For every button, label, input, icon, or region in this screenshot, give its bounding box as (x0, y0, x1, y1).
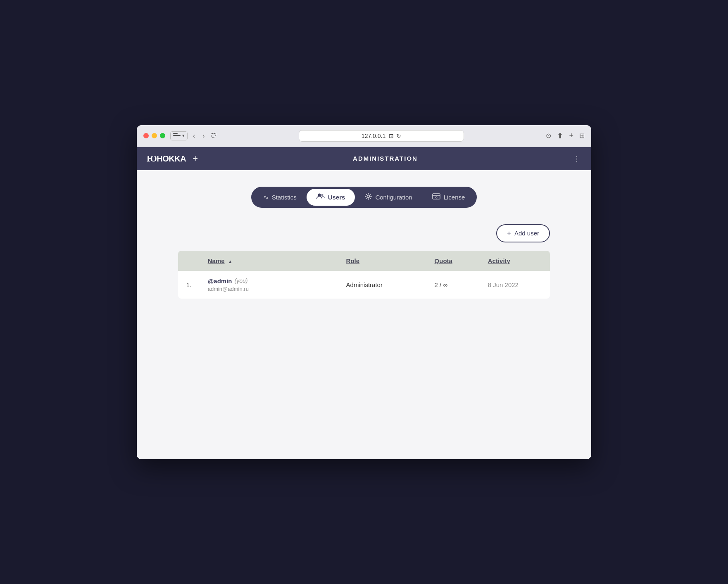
traffic-lights (143, 133, 165, 138)
address-bar[interactable]: 127.0.0.1 ⊡ ↻ (299, 130, 464, 142)
sidebar-toggle[interactable]: ▾ (170, 131, 188, 140)
user-name-content: @admin (you) admin@admin.ru (208, 278, 330, 292)
sort-asc-icon: ▲ (228, 259, 233, 264)
new-tab-app-button[interactable]: + (193, 153, 198, 164)
sidebar-chevron: ▾ (182, 133, 185, 138)
col-header-num (178, 251, 200, 271)
user-quota-cell: 2 / ∞ (426, 271, 480, 299)
forward-button[interactable]: › (200, 131, 207, 140)
user-email: admin@admin.ru (208, 286, 330, 292)
logo-text: ЮHOKKA (147, 153, 186, 164)
tab-statistics-label: Statistics (272, 194, 297, 201)
col-role-label: Role (346, 257, 360, 264)
refresh-icon[interactable]: ↻ (396, 133, 401, 139)
user-role: Administrator (346, 281, 383, 288)
add-user-label: Add user (514, 230, 539, 237)
app-title: ADMINISTRATION (353, 155, 418, 162)
close-button[interactable] (143, 133, 149, 138)
shield-icon: 🛡 (210, 132, 217, 140)
tab-license[interactable]: License (422, 189, 475, 206)
add-user-icon: + (507, 229, 511, 237)
svg-point-5 (435, 197, 437, 198)
tab-navigation: ∿ Statistics Users (251, 187, 477, 208)
col-header-quota[interactable]: Quota (426, 251, 480, 271)
grid-icon[interactable]: ⊞ (579, 132, 585, 140)
statistics-icon: ∿ (263, 193, 269, 201)
table-body: 1. @admin (you) admin@admin.ru (178, 271, 550, 299)
user-handle-link[interactable]: @admin (208, 278, 232, 285)
share-icon[interactable]: ⬆ (557, 131, 563, 140)
new-tab-icon[interactable]: + (569, 131, 573, 140)
url-text: 127.0.0.1 (362, 133, 385, 139)
add-user-button[interactable]: + Add user (496, 224, 550, 242)
browser-right-controls: ⊙ ⬆ + ⊞ (546, 131, 585, 140)
user-activity: 8 Jun 2022 (488, 281, 519, 288)
app-menu-button[interactable]: ⋮ (573, 154, 581, 164)
col-header-activity[interactable]: Activity (480, 251, 550, 271)
users-table: Name ▲ Role Quota Activity (178, 251, 550, 299)
tab-users-label: Users (328, 194, 345, 201)
users-section: + Add user Name ▲ Role (178, 224, 550, 299)
row-number: 1. (186, 282, 191, 288)
col-name-label: Name (208, 257, 225, 264)
user-activity-cell: 8 Jun 2022 (480, 271, 550, 299)
user-role-cell: Administrator (338, 271, 426, 299)
app-header: ЮHOKKA + ADMINISTRATION ⋮ (137, 147, 591, 170)
table-row: 1. @admin (you) admin@admin.ru (178, 271, 550, 299)
app-logo: ЮHOKKA + (147, 153, 198, 164)
app-content: ∿ Statistics Users (137, 170, 591, 459)
configuration-icon (365, 193, 372, 202)
users-icon (316, 193, 325, 201)
tab-users[interactable]: Users (307, 189, 355, 206)
tab-license-label: License (444, 194, 465, 201)
tab-configuration[interactable]: Configuration (355, 189, 422, 206)
user-name-cell: @admin (you) admin@admin.ru (200, 271, 338, 299)
address-bar-actions: ⊡ ↻ (389, 133, 401, 139)
minimize-button[interactable] (152, 133, 157, 138)
browser-controls: ▾ ‹ › 🛡 (170, 131, 217, 140)
col-quota-label: Quota (435, 257, 452, 264)
back-button[interactable]: ‹ (191, 131, 197, 140)
svg-point-1 (321, 194, 323, 196)
download-icon[interactable]: ⊙ (546, 132, 551, 140)
browser-window: ▾ ‹ › 🛡 127.0.0.1 ⊡ ↻ ⊙ ⬆ + ⊞ ЮHOKKA + (137, 125, 591, 459)
maximize-button[interactable] (160, 133, 165, 138)
sidebar-icon (173, 133, 181, 139)
tab-configuration-label: Configuration (375, 194, 412, 201)
translate-icon[interactable]: ⊡ (389, 133, 394, 139)
tab-statistics[interactable]: ∿ Statistics (253, 189, 307, 206)
col-header-role[interactable]: Role (338, 251, 426, 271)
add-user-row: + Add user (178, 224, 550, 242)
table-header-row: Name ▲ Role Quota Activity (178, 251, 550, 271)
license-icon (432, 193, 440, 201)
col-header-name[interactable]: Name ▲ (200, 251, 338, 271)
browser-chrome: ▾ ‹ › 🛡 127.0.0.1 ⊡ ↻ ⊙ ⬆ + ⊞ (137, 125, 591, 147)
logo-icon: Ю (147, 153, 157, 164)
user-you-label: (you) (235, 278, 248, 284)
col-activity-label: Activity (488, 257, 510, 264)
row-num-cell: 1. (178, 271, 200, 299)
svg-point-2 (367, 195, 370, 197)
user-quota: 2 / ∞ (435, 281, 448, 288)
user-handle: @admin (you) (208, 278, 330, 285)
